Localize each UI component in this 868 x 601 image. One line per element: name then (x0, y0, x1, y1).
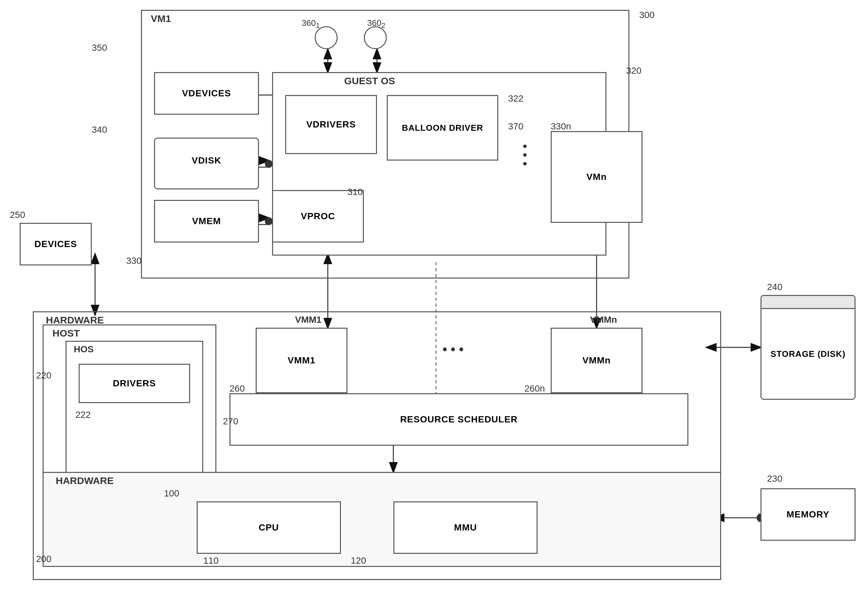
hardware-label: HARDWARE (46, 314, 104, 326)
vmn-box: VMn (551, 131, 642, 223)
vdrivers-label: VDRIVERS (306, 119, 355, 130)
storage-outer: STORAGE (DISK) (760, 295, 856, 400)
ref-370: 370 (508, 121, 523, 132)
ref-120: 120 (351, 555, 366, 566)
vmmn-label: VMMn (583, 355, 611, 366)
resource-scheduler-label: RESOURCE SCHEDULER (400, 414, 518, 425)
ref-222: 222 (75, 410, 91, 420)
memory-box: MEMORY (760, 488, 856, 541)
cpu-box: CPU (197, 501, 341, 554)
ref-110: 110 (203, 555, 219, 566)
vproc-label: VPROC (301, 211, 335, 221)
vm1-label: VM1 (151, 13, 171, 24)
vdisk-label: VDISK (192, 155, 221, 166)
ref-300: 300 (639, 10, 654, 20)
ref-100: 100 (164, 488, 179, 499)
ref-200: 200 (36, 554, 52, 564)
devices-label: DEVICES (34, 239, 77, 249)
ref-360-2: 3602 (367, 18, 385, 30)
ref-322: 322 (508, 93, 523, 104)
ref-230: 230 (767, 473, 783, 484)
ref-240: 240 (767, 282, 783, 292)
vmmn-box: VMMn (551, 328, 642, 393)
ref-260n: 260n (525, 383, 545, 394)
hardware-inner-label: HARDWARE (56, 475, 114, 486)
ref-270: 270 (223, 416, 238, 427)
ref-330n: 330n (551, 121, 571, 132)
vmem-label: VMEM (192, 216, 221, 226)
guest-os-label: GUEST OS (344, 75, 395, 87)
vdrivers-box: VDRIVERS (285, 95, 377, 154)
ref-220: 220 (36, 370, 52, 381)
ref-310: 310 (348, 187, 363, 197)
ref-320: 320 (626, 66, 642, 76)
vdevices-label: VDEVICES (182, 88, 231, 99)
balloon-driver-label: BALLOON DRIVER (402, 123, 483, 133)
ref-340: 340 (92, 125, 107, 135)
balloon-driver-box: BALLOON DRIVER (387, 95, 498, 160)
hardware-inner-box (43, 472, 721, 567)
diagram: • • • • • • HARDWARE HOST HOS DRIVERS VM… (0, 0, 868, 601)
vdevices-box: VDEVICES (154, 72, 259, 115)
vmem-box: VMEM (154, 200, 259, 243)
storage-label: STORAGE (DISK) (769, 347, 847, 361)
ref-260: 260 (229, 383, 245, 394)
host-label: HOST (52, 328, 80, 339)
resource-scheduler-box: RESOURCE SCHEDULER (229, 393, 688, 446)
ref-360-1: 3601 (302, 18, 320, 30)
ref-330: 330 (126, 256, 142, 266)
ref-250: 250 (10, 210, 25, 220)
vmmn-area-label: VMMn (590, 314, 617, 325)
ref-350: 350 (92, 43, 107, 53)
drivers-label: DRIVERS (113, 378, 156, 389)
drivers-box: DRIVERS (79, 364, 190, 403)
mmu-label: MMU (454, 522, 477, 533)
vmn-label: VMn (586, 172, 607, 182)
vmm1-label: VMM1 (288, 355, 316, 366)
vmm1-area-label: VMM1 (295, 314, 322, 325)
vmm1-box: VMM1 (256, 328, 348, 393)
memory-label: MEMORY (787, 509, 830, 520)
vdisk-box: VDISK (154, 137, 259, 183)
cpu-label: CPU (259, 522, 279, 533)
mmu-box: MMU (394, 501, 538, 554)
hos-label: HOS (74, 344, 94, 355)
devices-box: DEVICES (20, 223, 92, 265)
vproc-box: VPROC (272, 190, 364, 243)
